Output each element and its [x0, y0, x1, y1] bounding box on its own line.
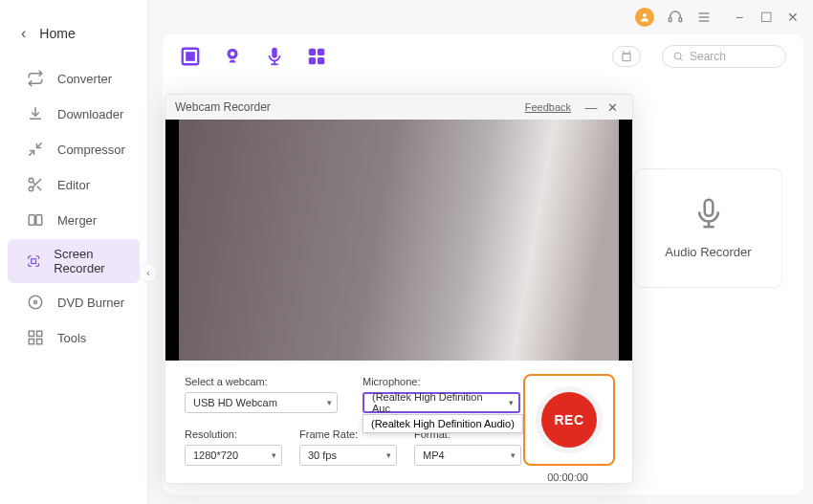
svg-rect-13: [29, 215, 34, 226]
mode-audio-icon[interactable]: [264, 46, 285, 67]
format-select[interactable]: MP4 ▾: [414, 445, 521, 466]
audio-recorder-label: Audio Recorder: [665, 245, 751, 259]
microphone-select[interactable]: (Realtek High Definition Auc ▾: [363, 392, 520, 413]
svg-line-11: [37, 186, 41, 190]
resolution-select[interactable]: 1280*720 ▾: [185, 445, 282, 466]
sidebar-item-tools[interactable]: Tools: [8, 321, 140, 354]
sidebar-item-screen-recorder[interactable]: Screen Recorder: [8, 239, 140, 283]
sidebar-item-label: Compressor: [57, 142, 125, 157]
webcam-preview: [165, 120, 632, 361]
svg-point-16: [29, 296, 42, 309]
maximize-button[interactable]: ☐: [759, 10, 773, 25]
record-button[interactable]: REC: [541, 392, 597, 448]
webcam-recorder-titlebar: Webcam Recorder Feedback — ✕: [165, 95, 632, 120]
webcam-settings: Select a webcam: USB HD Webcam ▾ Microph…: [165, 361, 632, 483]
sidebar-item-label: DVD Burner: [57, 296, 124, 310]
close-button[interactable]: ✕: [786, 10, 800, 25]
svg-line-12: [33, 182, 35, 185]
converter-icon: [27, 70, 44, 87]
app-titlebar: − ☐ ✕: [622, 0, 813, 34]
search-input[interactable]: Search: [662, 45, 786, 68]
sidebar-item-merger[interactable]: Merger: [8, 204, 140, 236]
svg-point-0: [643, 13, 647, 17]
grid-icon: [27, 329, 44, 346]
sidebar-item-downloader[interactable]: Downloader: [8, 98, 140, 130]
compress-icon: [27, 141, 44, 158]
minimize-button[interactable]: −: [733, 10, 746, 25]
format-value: MP4: [423, 449, 445, 461]
microphone-select-value: (Realtek High Definition Auc: [372, 391, 501, 414]
svg-rect-2: [679, 18, 682, 22]
webcam-select-value: USB HD Webcam: [193, 397, 277, 408]
svg-rect-29: [309, 49, 316, 55]
chevron-down-icon: ▾: [509, 398, 514, 407]
microphone-option[interactable]: (Realtek High Definition Audio): [369, 417, 516, 430]
webcam-recorder-title: Webcam Recorder: [175, 100, 271, 114]
microphone-dropdown: (Realtek High Definition Audio): [363, 414, 523, 433]
sidebar-item-label: Downloader: [57, 107, 123, 121]
chevron-down-icon: ▾: [511, 450, 516, 460]
svg-point-34: [674, 53, 681, 59]
sidebar: ‹ Home Converter Downloader Compressor E…: [0, 0, 148, 504]
sidebar-item-label: Editor: [57, 178, 90, 192]
sidebar-item-compressor[interactable]: Compressor: [8, 133, 140, 165]
microphone-select-label: Microphone:: [363, 376, 520, 387]
disc-icon: [27, 294, 44, 311]
svg-point-25: [231, 52, 235, 56]
search-icon: [672, 51, 684, 62]
svg-rect-19: [37, 331, 42, 336]
svg-rect-14: [36, 215, 42, 226]
svg-rect-15: [32, 259, 36, 264]
svg-rect-30: [318, 49, 324, 55]
framerate-select[interactable]: 30 fps ▾: [299, 445, 397, 466]
webcam-feed: [179, 120, 619, 361]
sidebar-item-dvd-burner[interactable]: DVD Burner: [8, 286, 140, 318]
webcam-recorder-window: Webcam Recorder Feedback — ✕ Select a we…: [165, 94, 633, 484]
svg-point-8: [29, 178, 33, 183]
svg-rect-18: [29, 331, 33, 336]
merge-icon: [27, 211, 44, 229]
modal-close-button[interactable]: ✕: [602, 100, 623, 115]
shop-button[interactable]: [612, 46, 641, 67]
chevron-down-icon: ▾: [327, 398, 332, 407]
user-avatar-icon[interactable]: [635, 8, 654, 27]
sidebar-item-editor[interactable]: Editor: [8, 168, 140, 201]
svg-rect-20: [29, 340, 33, 344]
audio-recorder-card[interactable]: Audio Recorder: [634, 168, 782, 288]
svg-rect-33: [623, 54, 630, 61]
svg-rect-32: [318, 57, 324, 64]
support-headset-icon[interactable]: [668, 10, 683, 25]
screen-recorder-icon: [27, 252, 40, 270]
sidebar-item-label: Tools: [57, 331, 86, 345]
chevron-down-icon: ▾: [386, 450, 391, 460]
mode-screen-icon[interactable]: [180, 46, 201, 67]
sidebar-item-converter[interactable]: Converter: [8, 62, 140, 95]
svg-rect-1: [669, 18, 671, 22]
search-placeholder: Search: [690, 50, 726, 63]
framerate-value: 30 fps: [308, 449, 337, 461]
scissors-icon: [27, 176, 44, 193]
svg-line-35: [680, 58, 683, 61]
chevron-left-icon: ‹: [21, 25, 26, 42]
mode-apps-icon[interactable]: [306, 46, 327, 67]
download-icon: [27, 105, 44, 122]
chevron-down-icon: ▾: [272, 450, 276, 460]
record-button-label: REC: [554, 412, 583, 427]
collapse-sidebar-button[interactable]: ‹: [139, 263, 158, 282]
back-home-button[interactable]: ‹ Home: [0, 17, 147, 59]
webcam-select-label: Select a webcam:: [185, 376, 338, 387]
feedback-link[interactable]: Feedback: [525, 101, 571, 113]
svg-point-17: [34, 301, 37, 304]
webcam-select[interactable]: USB HD Webcam ▾: [185, 392, 338, 413]
svg-point-9: [29, 186, 33, 191]
svg-rect-26: [272, 48, 277, 58]
record-zone: REC: [523, 374, 615, 466]
resolution-value: 1280*720: [193, 449, 238, 461]
menu-icon[interactable]: [696, 10, 712, 25]
mode-webcam-icon[interactable]: [222, 46, 243, 67]
modal-minimize-button[interactable]: —: [581, 100, 602, 115]
window-controls: − ☐ ✕: [733, 10, 800, 25]
sidebar-item-label: Screen Recorder: [54, 247, 128, 275]
home-label: Home: [39, 26, 75, 41]
svg-line-7: [29, 151, 33, 156]
